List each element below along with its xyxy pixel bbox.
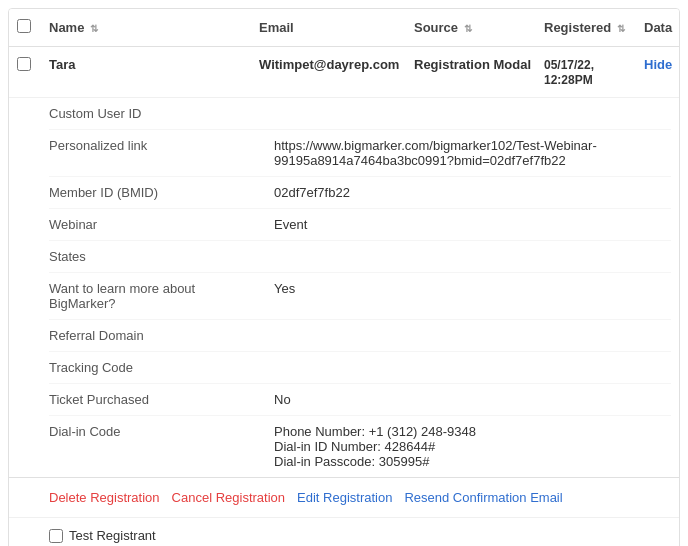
test-registrant-label: Test Registrant xyxy=(69,528,156,543)
row-checkbox[interactable] xyxy=(17,57,31,71)
detail-label: Tracking Code xyxy=(49,360,274,375)
detail-value: Event xyxy=(274,217,671,232)
source-sort-icon[interactable]: ⇅ xyxy=(464,23,472,34)
detail-row: Referral Domain xyxy=(49,320,671,352)
detail-row: Member ID (BMID)02df7ef7fb22 xyxy=(49,177,671,209)
test-registrant-row: Test Registrant xyxy=(9,518,679,546)
detail-value: Yes xyxy=(274,281,671,296)
select-all-checkbox[interactable] xyxy=(17,19,31,33)
detail-label: Custom User ID xyxy=(49,106,274,121)
detail-label: Member ID (BMID) xyxy=(49,185,274,200)
registrations-table: Name ⇅ Email Source ⇅ Registered ⇅ Data … xyxy=(8,8,680,546)
detail-label: Webinar xyxy=(49,217,274,232)
registered-sort-icon[interactable]: ⇅ xyxy=(617,23,625,34)
row-data: Hide xyxy=(644,57,680,72)
test-registrant-checkbox[interactable] xyxy=(49,529,63,543)
header-source: Source ⇅ xyxy=(414,20,544,35)
detail-value: No xyxy=(274,392,671,407)
row-source: Registration Modal xyxy=(414,57,544,72)
delete-registration-button[interactable]: Delete Registration xyxy=(49,490,160,505)
detail-row: Tracking Code xyxy=(49,352,671,384)
detail-row: Ticket PurchasedNo xyxy=(49,384,671,416)
detail-label: States xyxy=(49,249,274,264)
row-name: Tara xyxy=(49,57,259,72)
resend-confirmation-button[interactable]: Resend Confirmation Email xyxy=(404,490,562,505)
detail-row: Personalized linkhttps://www.bigmarker.c… xyxy=(49,130,671,177)
header-email: Email xyxy=(259,20,414,35)
header-name: Name ⇅ xyxy=(49,20,259,35)
detail-row: States xyxy=(49,241,671,273)
expanded-details: Custom User IDPersonalized linkhttps://w… xyxy=(9,98,679,478)
detail-value: 02df7ef7fb22 xyxy=(274,185,671,200)
header-data: Data xyxy=(644,20,680,35)
header-registered: Registered ⇅ xyxy=(544,20,644,35)
detail-label: Dial-in Code xyxy=(49,424,274,439)
row-email: Witimpet@dayrep.com xyxy=(259,57,414,72)
detail-label: Ticket Purchased xyxy=(49,392,274,407)
detail-value: Phone Number: +1 (312) 248-9348Dial-in I… xyxy=(274,424,671,469)
table-row: Tara Witimpet@dayrep.com Registration Mo… xyxy=(9,47,679,98)
detail-value: https://www.bigmarker.com/bigmarker102/T… xyxy=(274,138,671,168)
detail-row: Want to learn more about BigMarker?Yes xyxy=(49,273,671,320)
detail-label: Referral Domain xyxy=(49,328,274,343)
header-checkbox-col xyxy=(17,19,49,36)
table-header: Name ⇅ Email Source ⇅ Registered ⇅ Data xyxy=(9,9,679,47)
row-registered: 05/17/22, 12:28PM xyxy=(544,57,644,87)
detail-row: Dial-in CodePhone Number: +1 (312) 248-9… xyxy=(49,416,671,477)
detail-row: Custom User ID xyxy=(49,98,671,130)
detail-row: WebinarEvent xyxy=(49,209,671,241)
detail-label: Want to learn more about BigMarker? xyxy=(49,281,274,311)
actions-row: Delete Registration Cancel Registration … xyxy=(9,478,679,518)
edit-registration-button[interactable]: Edit Registration xyxy=(297,490,392,505)
hide-link[interactable]: Hide xyxy=(644,57,672,72)
detail-label: Personalized link xyxy=(49,138,274,153)
name-sort-icon[interactable]: ⇅ xyxy=(90,23,98,34)
cancel-registration-button[interactable]: Cancel Registration xyxy=(172,490,285,505)
row-checkbox-col xyxy=(17,57,49,74)
